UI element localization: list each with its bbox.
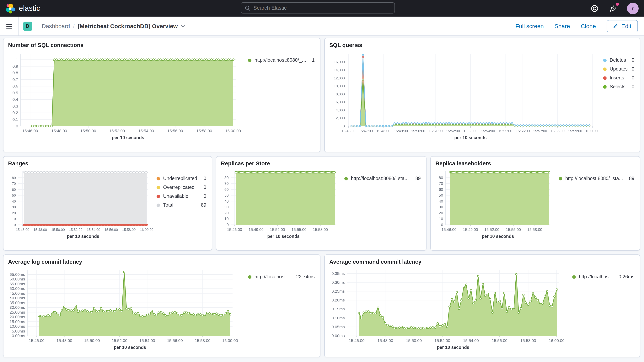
legend-item[interactable]: http://localhost:808...22.74ms [248,274,315,280]
svg-text:0.7: 0.7 [12,77,18,82]
share-link[interactable]: Share [554,23,570,29]
svg-text:0.35ms: 0.35ms [332,271,345,276]
legend-item[interactable]: http://localhost:8080/_stat...1 [248,58,315,63]
news-icon[interactable] [608,4,618,13]
svg-text:0: 0 [441,223,443,227]
svg-text:60: 60 [439,187,443,192]
svg-text:15:48:00: 15:48:00 [56,338,72,343]
toolbar-actions: Full screen Share Clone Edit [516,20,644,32]
log-commit-latency-chart[interactable]: 15:46:0015:48:0015:50:0015:52:0015:54:00… [8,266,244,354]
svg-text:0.3: 0.3 [12,104,18,108]
search-placeholder: Search Elastic [253,5,287,11]
svg-text:0.6: 0.6 [12,84,18,88]
command-commit-latency-chart[interactable]: 15:46:0015:48:0015:50:0015:52:0015:54:00… [329,266,568,354]
legend-item[interactable]: Inserts0 [603,75,634,80]
ranges-chart[interactable]: 15:46:0015:48:0015:50:0015:52:0015:54:00… [8,167,153,246]
svg-text:per 10 seconds: per 10 seconds [67,234,99,239]
svg-text:15:46:00: 15:46:00 [22,128,38,133]
breadcrumb-separator: / [73,23,74,29]
legend-label: Overreplicated [163,185,194,190]
svg-text:15:58:00: 15:58:00 [520,338,536,343]
svg-text:15:46:00: 15:46:00 [227,228,242,232]
svg-text:15:46:00: 15:46:00 [16,228,29,232]
legend-dot-icon [603,85,606,88]
legend-value: 89 [197,202,206,208]
legend-item[interactable]: Overreplicated0 [156,185,206,190]
elastic-brand[interactable]: elastic [6,3,40,13]
legend-item[interactable]: Total89 [156,202,206,208]
legend-dot-icon [156,177,160,180]
svg-text:60: 60 [12,188,16,192]
svg-text:16:00:00: 16:00:00 [549,338,564,343]
pencil-icon [613,24,618,28]
svg-text:10,000: 10,000 [334,84,345,88]
replica-leaseholders-chart[interactable]: 15:46:0015:49:0015:52:0015:55:0015:58:00… [435,167,555,246]
legend-item[interactable]: http://localhost:8080/_sta...89 [344,176,421,181]
legend-value: 0 [628,75,634,80]
legend-item[interactable]: Selects0 [603,84,634,90]
svg-text:15:50:00: 15:50:00 [411,129,425,133]
legend-item[interactable]: Deletes0 [603,58,634,63]
svg-text:0.10ms: 0.10ms [332,316,345,320]
panel-title: SQL queries [329,41,635,49]
page-title: [Metricbeat CockroachDB] Overview [78,23,178,29]
legend-value: 89 [412,176,421,181]
svg-text:15:50:00: 15:50:00 [406,338,422,343]
svg-text:15:49:00: 15:49:00 [463,228,478,232]
svg-text:30: 30 [439,205,443,209]
svg-text:15:54:00: 15:54:00 [481,129,495,133]
legend-item[interactable]: Underreplicated0 [156,176,206,181]
legend-label: Inserts [610,75,624,80]
legend-item[interactable]: Updates0 [603,66,634,72]
dashboard-app-badge: D [23,22,32,31]
chart-legend: Underreplicated0Overreplicated0Unavailab… [153,167,207,208]
svg-text:5.00ms: 5.00ms [12,329,25,333]
menu-icon[interactable] [0,16,18,36]
legend-value: 0 [200,194,206,199]
search-input[interactable]: Search Elastic [241,2,395,14]
svg-text:15:55:00: 15:55:00 [506,228,521,232]
navbar-icons: r [590,2,638,14]
panel-average-command-commit-latency: Average command commit latency 15:46:001… [324,254,640,357]
legend-label: http://localhost:808... [254,274,292,280]
svg-text:0.2: 0.2 [12,110,18,115]
legend-item[interactable]: Unavailable0 [156,194,206,199]
legend-value: 0 [628,84,634,90]
svg-text:15:46:00: 15:46:00 [442,228,456,232]
legend-item[interactable]: http://localhost:8080...0.26ms [572,274,634,280]
panel-title: Number of SQL connections [8,41,316,49]
svg-text:15:52:00: 15:52:00 [69,228,82,232]
legend-item[interactable]: http://localhost:8080/_sta...89 [559,176,634,181]
sql-queries-chart[interactable]: 15:46:0015:47:0015:48:0015:49:0015:50:00… [329,49,599,146]
svg-text:50: 50 [439,193,443,198]
svg-text:60: 60 [224,187,229,192]
svg-text:15.00ms: 15.00ms [10,320,25,324]
panel-replica-leaseholders: Replica leaseholders 15:46:0015:49:0015:… [430,156,640,250]
full-screen-link[interactable]: Full screen [516,23,544,29]
svg-text:15:58:00: 15:58:00 [122,228,136,232]
svg-text:20: 20 [12,211,16,215]
svg-text:70: 70 [12,182,16,186]
svg-text:30.00ms: 30.00ms [10,305,25,310]
svg-text:15:52:00: 15:52:00 [270,228,285,232]
svg-text:15:52:00: 15:52:00 [109,128,125,133]
svg-text:per 10 seconds: per 10 seconds [112,135,144,140]
sql-connections-chart[interactable]: 15:46:0015:48:0015:50:0015:52:0015:54:00… [8,49,244,146]
chevron-down-icon[interactable] [181,25,185,27]
svg-text:0.4: 0.4 [12,97,18,102]
edit-button[interactable]: Edit [606,20,638,32]
user-avatar[interactable]: r [627,2,638,14]
svg-text:55.00ms: 55.00ms [10,282,25,286]
replicas-per-store-chart[interactable]: 15:46:0015:49:0015:52:0015:55:0015:58:00… [221,167,340,246]
help-icon[interactable] [590,4,599,13]
legend-value: 0 [628,58,634,63]
panel-number-of-sql-connections: Number of SQL connections 15:46:0015:48:… [3,38,320,152]
chart-legend: http://localhost:8080/_stat...1 [244,49,316,63]
svg-text:15:58:00: 15:58:00 [527,228,542,232]
breadcrumb-dashboard[interactable]: Dashboard [42,23,70,29]
svg-text:15:51:00: 15:51:00 [429,129,442,133]
legend-label: Total [163,202,173,208]
svg-text:15:56:00: 15:56:00 [167,128,183,133]
svg-text:80: 80 [12,176,16,180]
clone-link[interactable]: Clone [581,23,596,29]
